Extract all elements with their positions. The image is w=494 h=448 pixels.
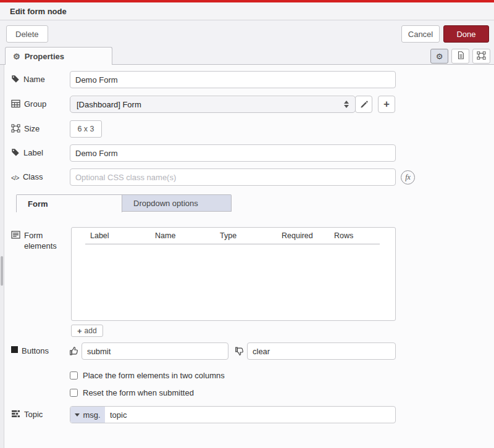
two-columns-checkbox[interactable] [70,371,78,380]
submit-button-text-input[interactable] [82,342,228,360]
column-header-label: Label [90,231,109,240]
form-elements-table[interactable]: Label Name Type Required Rows [71,227,396,321]
add-button-label: add [85,326,97,335]
thumbs-down-icon [235,346,245,356]
form-elements-label: Form elements [11,230,68,251]
class-input[interactable] [70,168,396,186]
delete-button[interactable]: Delete [6,25,48,43]
dialog-title: Edit form node [10,7,67,16]
size-label: Size [11,123,68,134]
left-scroll-gutter [0,65,4,448]
document-icon [456,51,465,62]
plus-icon: + [383,98,390,110]
gear-icon: ⚙ [436,52,443,60]
topic-type-select[interactable]: msg. [70,407,105,423]
two-columns-label: Place the form elements in two columns [83,371,225,380]
topic-typed-input: msg. [70,406,396,423]
tray-header: Edit form node [0,2,494,20]
description-icon-button[interactable] [451,49,469,64]
reset-form-checkbox[interactable] [70,389,78,397]
appearance-icon-button[interactable] [472,49,490,64]
group-label: Group [11,99,68,109]
subtab-dropdown-options[interactable]: Dropdown options [122,194,232,212]
label-field-label: Label [11,147,68,158]
label-input[interactable] [70,144,396,162]
thumbs-up-icon [69,346,79,356]
two-columns-option: Place the form elements in two columns [70,371,225,380]
name-input[interactable] [70,71,396,88]
reset-form-option: Reset the form when submitted [70,388,194,397]
edit-group-button[interactable] [355,96,372,113]
column-header-required: Required [282,231,313,240]
topic-input[interactable] [105,407,395,423]
buttons-label: Buttons [11,346,68,356]
tab-properties[interactable]: ⚙ Properties [5,47,112,65]
list-icon [11,231,20,239]
add-element-button[interactable]: + add [71,325,103,337]
clear-button-text-input[interactable] [247,342,396,360]
column-header-rows: Rows [334,231,353,240]
editor-tabbar: ⚙ Properties ⚙ [0,48,494,65]
class-label: </> Class [11,172,68,183]
tag-icon [11,148,20,157]
tag-icon [11,75,20,83]
column-header-name: Name [155,231,175,240]
table-header-rule [85,244,380,244]
resize-icon [11,124,20,133]
scrollbar-thumb[interactable] [1,256,3,286]
select-arrows-icon [344,101,349,108]
resize-icon [477,51,486,62]
fx-expand-button[interactable]: fx [401,170,415,185]
subtab-form[interactable]: Form [16,194,122,212]
column-header-type: Type [220,231,237,240]
cancel-button[interactable]: Cancel [401,25,440,43]
table-icon [11,99,20,108]
group-select[interactable]: [Dashboard] Form [70,96,356,113]
code-icon: </> [11,173,19,183]
pencil-icon [360,101,368,109]
fx-icon: fx [405,173,411,182]
topic-type-value: msg. [83,410,100,420]
add-group-button[interactable]: + [378,96,395,113]
gear-icon: ⚙ [13,52,20,60]
form-subtabs: Form Dropdown options [16,194,232,212]
properties-icon-button[interactable]: ⚙ [430,49,448,64]
plus-icon: + [77,326,82,336]
size-button[interactable]: 6 x 3 [70,120,102,138]
properties-tab-label: Properties [25,52,64,61]
square-icon [11,346,18,353]
tasks-icon [11,410,20,418]
chevron-down-icon [75,413,80,417]
tray-toolbar: Delete Cancel Done [0,20,494,48]
group-selected-value: [Dashboard] Form [77,100,344,109]
topic-label: Topic [11,409,68,420]
reset-form-label: Reset the form when submitted [83,388,194,397]
name-label: Name [11,74,68,85]
done-button[interactable]: Done [443,25,489,43]
edit-form-content: Name Group [Dashboard] Form + Size 6 x 3… [0,65,494,448]
